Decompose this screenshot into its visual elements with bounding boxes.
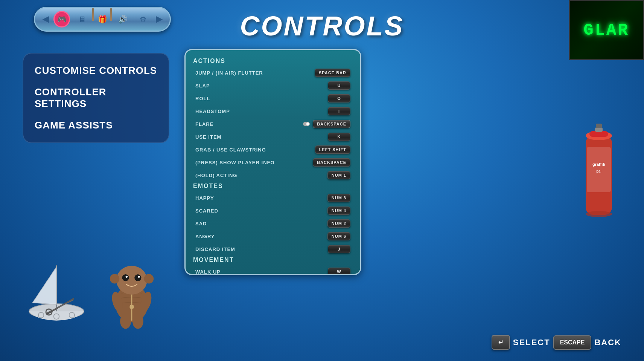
control-action-name: SAD [195, 221, 207, 226]
svg-rect-21 [589, 131, 608, 137]
key-badge[interactable]: NUM 4 [327, 207, 350, 215]
control-action-name: (PRESS) SHOW PLAYER INFO [195, 160, 275, 165]
key-wrapper: SPACE BAR [315, 69, 350, 77]
control-action-name: SCARED [195, 208, 218, 214]
key-wrapper: K [328, 133, 350, 141]
key-badge[interactable]: NUM 2 [327, 219, 350, 228]
svg-point-8 [116, 266, 147, 294]
control-row[interactable]: SADNUM 2 [193, 217, 353, 229]
key-wrapper: NUM 4 [327, 207, 350, 215]
control-row[interactable]: GRAB / USE CLAWSTRINGLEFT SHIFT [193, 144, 353, 156]
svg-rect-23 [596, 124, 602, 128]
control-row[interactable]: HEADSTOMPI [193, 105, 353, 117]
key-wrapper: NUM 8 [327, 194, 350, 202]
left-menu: CUSTOMISE CONTROLS CONTROLLER SETTINGS G… [23, 53, 169, 143]
svg-rect-7 [130, 305, 134, 309]
control-action-name: DISCARD ITEM [195, 246, 235, 252]
hud-select-label: SELECT [513, 338, 550, 347]
control-row[interactable]: (PRESS) SHOW PLAYER INFOBACKSPACE [193, 156, 353, 168]
control-row[interactable]: DISCARD ITEMJ [193, 243, 353, 255]
svg-text:graffiti: graffiti [592, 162, 605, 167]
key-wrapper: J [328, 245, 350, 253]
controls-scroll[interactable]: ACTIONSJUMP / (IN AIR) FLUTTERSPACE BARS… [186, 50, 360, 274]
menu-item-game-assists[interactable]: GAME ASSISTS [35, 119, 157, 131]
key-badge[interactable]: NUM 8 [327, 194, 350, 202]
svg-point-9 [122, 274, 129, 281]
svg-point-13 [110, 274, 119, 283]
key-wrapper: BACKSPACE [303, 120, 350, 128]
control-row[interactable]: SLAPU [193, 80, 353, 92]
key-wrapper: W [328, 268, 350, 274]
page-title: CONTROLS [0, 11, 644, 41]
control-action-name: USE ITEM [195, 134, 221, 140]
control-action-name: GRAB / USE CLAWSTRING [195, 147, 266, 153]
menu-item-customise-controls[interactable]: CUSTOMISE CONTROLS [35, 65, 157, 76]
control-action-name: JUMP / (IN AIR) FLUTTER [195, 70, 263, 76]
key-badge[interactable]: K [328, 133, 350, 141]
control-action-name: SLAP [195, 83, 210, 89]
control-action-name: FLARE [195, 121, 213, 127]
bottom-hud: ↵ SELECT ESCAPE BACK [492, 335, 621, 350]
control-row[interactable]: HAPPYNUM 8 [193, 192, 353, 204]
key-badge[interactable]: O [328, 94, 350, 102]
key-wrapper: NUM 2 [327, 219, 350, 228]
svg-point-17 [120, 314, 131, 329]
control-action-name: (HOLD) ACTING [195, 173, 237, 178]
control-action-name: HEADSTOMP [195, 109, 230, 114]
control-row[interactable]: ROLLO [193, 92, 353, 104]
svg-point-10 [134, 274, 141, 281]
key-wrapper: O [328, 94, 350, 102]
control-row[interactable]: (HOLD) ACTINGNUM 1 [193, 169, 353, 181]
key-badge[interactable]: BACKSPACE [313, 120, 350, 128]
control-action-name: ANGRY [195, 234, 215, 239]
control-row[interactable]: SCAREDNUM 4 [193, 205, 353, 217]
control-row[interactable]: USE ITEMK [193, 131, 353, 143]
key-badge[interactable]: NUM 6 [327, 232, 350, 240]
section-header-movement: MOVEMENT [193, 257, 353, 263]
svg-point-11 [126, 276, 128, 278]
control-row[interactable]: JUMP / (IN AIR) FLUTTERSPACE BAR [193, 67, 353, 79]
sackboy-character [102, 255, 162, 331]
deco-scissors [45, 297, 75, 316]
controls-panel: ACTIONSJUMP / (IN AIR) FLUTTERSPACE BARS… [184, 49, 361, 275]
key-wrapper: I [328, 107, 350, 115]
svg-point-27 [586, 211, 612, 217]
key-badge[interactable]: J [328, 245, 350, 253]
control-action-name: HAPPY [195, 195, 214, 201]
hud-back-label: BACK [594, 338, 621, 347]
key-wrapper: U [328, 81, 350, 90]
control-action-name: WALK UP [195, 269, 221, 274]
toggle-indicator [303, 122, 310, 126]
key-badge[interactable]: LEFT SHIFT [315, 145, 350, 154]
key-badge[interactable]: NUM 1 [327, 171, 350, 179]
section-header-actions: ACTIONS [193, 58, 353, 64]
svg-point-18 [132, 314, 143, 329]
key-wrapper: LEFT SHIFT [315, 145, 350, 154]
key-badge[interactable]: W [328, 268, 350, 274]
spray-can: graffiti pai [576, 113, 621, 226]
control-row[interactable]: WALK UPW [193, 266, 353, 274]
control-row[interactable]: FLAREBACKSPACE [193, 118, 353, 130]
key-wrapper: BACKSPACE [313, 158, 350, 167]
section-header-emotes: EMOTES [193, 183, 353, 190]
key-badge[interactable]: SPACE BAR [315, 69, 350, 77]
key-badge[interactable]: I [328, 107, 350, 115]
control-row[interactable]: ANGRYNUM 6 [193, 230, 353, 242]
svg-text:pai: pai [596, 169, 601, 173]
hud-select-key: ↵ [492, 335, 510, 350]
key-badge[interactable]: BACKSPACE [313, 158, 350, 167]
menu-item-controller-settings[interactable]: CONTROLLER SETTINGS [35, 86, 157, 110]
key-wrapper: NUM 1 [327, 171, 350, 179]
svg-point-12 [138, 276, 140, 278]
hud-back-key: ESCAPE [553, 335, 592, 350]
key-badge[interactable]: U [328, 81, 350, 90]
svg-point-14 [144, 274, 154, 283]
control-action-name: ROLL [195, 96, 210, 101]
key-wrapper: NUM 6 [327, 232, 350, 240]
